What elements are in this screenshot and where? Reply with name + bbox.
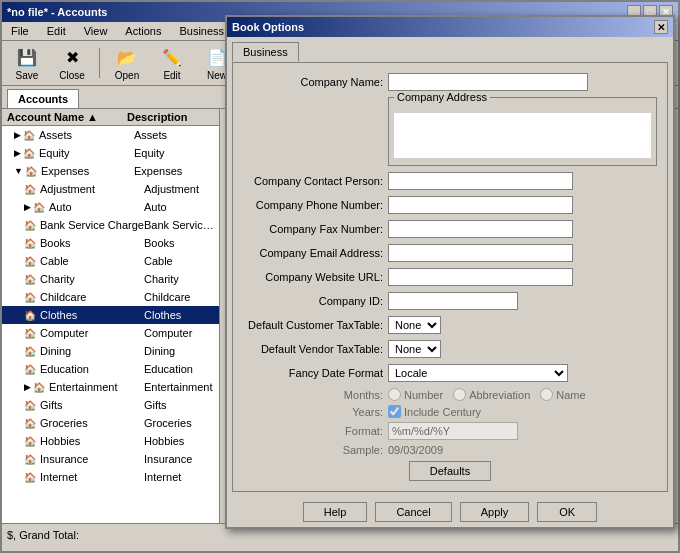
radio-number[interactable]: Number [388, 388, 443, 401]
list-item[interactable]: 🏠 Internet Internet [2, 468, 219, 486]
account-icon: 🏠 [24, 256, 36, 267]
radio-abbreviation[interactable]: Abbreviation [453, 388, 530, 401]
menu-edit[interactable]: Edit [43, 24, 70, 38]
tab-business[interactable]: Business [232, 42, 299, 62]
list-item[interactable]: ▶ 🏠 Auto Auto [2, 198, 219, 216]
account-list: Account Name ▲ Description ▶ 🏠 Assets As… [2, 109, 220, 523]
sample-label: Sample: [308, 444, 388, 456]
radio-number-input[interactable] [388, 388, 401, 401]
fancy-date-select[interactable]: Locale [388, 364, 568, 382]
expand-icon[interactable]: ▶ [14, 148, 21, 158]
fancy-date-row: Fancy Date Format Locale [243, 364, 657, 382]
account-icon: 🏠 [24, 328, 36, 339]
open-button[interactable]: 📂 Open [107, 44, 147, 82]
account-icon: 🏠 [24, 454, 36, 465]
expand-icon[interactable]: ▶ [24, 202, 31, 212]
dialog-titlebar: Book Options ✕ [227, 17, 673, 37]
radio-abbreviation-input[interactable] [453, 388, 466, 401]
dialog-tabs: Business [227, 37, 673, 62]
list-item[interactable]: 🏠 Adjustment Adjustment [2, 180, 219, 198]
menu-view[interactable]: View [80, 24, 112, 38]
radio-name-input[interactable] [540, 388, 553, 401]
list-item[interactable]: 🏠 Dining Dining [2, 342, 219, 360]
ok-button[interactable]: OK [537, 502, 597, 522]
account-icon: 🏠 [33, 382, 45, 393]
list-item[interactable]: ▶ 🏠 Equity Equity [2, 144, 219, 162]
list-item[interactable]: 🏠 Hobbies Hobbies [2, 432, 219, 450]
company-name-label: Company Name: [243, 76, 388, 88]
company-contact-input[interactable] [388, 172, 573, 190]
account-icon: 🏠 [24, 292, 36, 303]
list-item[interactable]: 🏠 Groceries Groceries [2, 414, 219, 432]
account-icon: 🏠 [24, 310, 36, 321]
customer-tax-select[interactable]: None [388, 316, 441, 334]
help-button[interactable]: Help [303, 502, 368, 522]
company-phone-label: Company Phone Number: [243, 199, 388, 211]
edit-button[interactable]: ✏️ Edit [152, 44, 192, 82]
list-item[interactable]: 🏠 Cable Cable [2, 252, 219, 270]
edit-icon: ✏️ [160, 46, 184, 70]
apply-button[interactable]: Apply [460, 502, 530, 522]
menu-file[interactable]: File [7, 24, 33, 38]
account-icon: 🏠 [23, 148, 35, 159]
toolbar-separator [99, 48, 100, 78]
company-website-label: Company Website URL: [243, 271, 388, 283]
include-century-checkbox[interactable] [388, 405, 401, 418]
fancy-date-label: Fancy Date Format [243, 367, 388, 379]
company-phone-input[interactable] [388, 196, 573, 214]
company-name-input[interactable] [388, 73, 588, 91]
company-email-input[interactable] [388, 244, 573, 262]
company-contact-label: Company Contact Person: [243, 175, 388, 187]
grand-total-label: $, Grand Total: [7, 529, 79, 541]
dialog-close-button[interactable]: ✕ [654, 20, 668, 34]
account-icon: 🏠 [25, 166, 37, 177]
list-item[interactable]: ▼ 🏠 Expenses Expenses [2, 162, 219, 180]
company-id-input[interactable] [388, 292, 518, 310]
account-icon: 🏠 [24, 418, 36, 429]
account-icon: 🏠 [24, 400, 36, 411]
tab-accounts[interactable]: Accounts [7, 89, 79, 108]
format-label: Format: [308, 425, 388, 437]
list-item[interactable]: 🏠 Computer Computer [2, 324, 219, 342]
radio-name[interactable]: Name [540, 388, 585, 401]
months-radio-group: Number Abbreviation Name [388, 388, 586, 401]
list-item[interactable]: 🏠 Charity Charity [2, 270, 219, 288]
menu-business[interactable]: Business [175, 24, 228, 38]
expand-icon[interactable]: ▼ [14, 166, 23, 176]
list-item[interactable]: ▶ 🏠 Entertainment Entertainment [2, 378, 219, 396]
dialog-title: Book Options [232, 21, 304, 33]
format-input[interactable] [388, 422, 518, 440]
list-item[interactable]: ▶ 🏠 Assets Assets [2, 126, 219, 144]
account-icon: 🏠 [24, 346, 36, 357]
list-item[interactable]: 🏠 Childcare Childcare [2, 288, 219, 306]
company-website-input[interactable] [388, 268, 573, 286]
list-item[interactable]: 🏠 Insurance Insurance [2, 450, 219, 468]
months-label: Months: [308, 389, 388, 401]
close-icon: ✖ [60, 46, 84, 70]
account-icon: 🏠 [24, 184, 36, 195]
company-fax-row: Company Fax Number: [243, 220, 657, 238]
defaults-button[interactable]: Defaults [409, 461, 491, 481]
list-item[interactable]: 🏠 Education Education [2, 360, 219, 378]
company-name-row: Company Name: [243, 73, 657, 91]
vendor-tax-label: Default Vendor TaxTable: [243, 343, 388, 355]
list-item[interactable]: 🏠 Books Books [2, 234, 219, 252]
save-button[interactable]: 💾 Save [7, 44, 47, 82]
expand-icon[interactable]: ▶ [14, 130, 21, 140]
vendor-tax-select[interactable]: None [388, 340, 441, 358]
company-website-row: Company Website URL: [243, 268, 657, 286]
list-item[interactable]: 🏠 Gifts Gifts [2, 396, 219, 414]
cancel-button[interactable]: Cancel [375, 502, 451, 522]
sample-value: 09/03/2009 [388, 444, 443, 456]
list-item[interactable]: 🏠 Clothes Clothes [2, 306, 219, 324]
address-legend: Company Address [394, 91, 490, 103]
company-address-input[interactable] [394, 113, 651, 158]
company-email-label: Company Email Address: [243, 247, 388, 259]
close-button[interactable]: ✖ Close [52, 44, 92, 82]
menu-actions[interactable]: Actions [121, 24, 165, 38]
include-century-label[interactable]: Include Century [388, 405, 481, 418]
list-item[interactable]: 🏠 Bank Service Charge Bank Service C [2, 216, 219, 234]
expand-icon[interactable]: ▶ [24, 382, 31, 392]
company-fax-input[interactable] [388, 220, 573, 238]
company-address-row: Company Address [243, 97, 657, 166]
